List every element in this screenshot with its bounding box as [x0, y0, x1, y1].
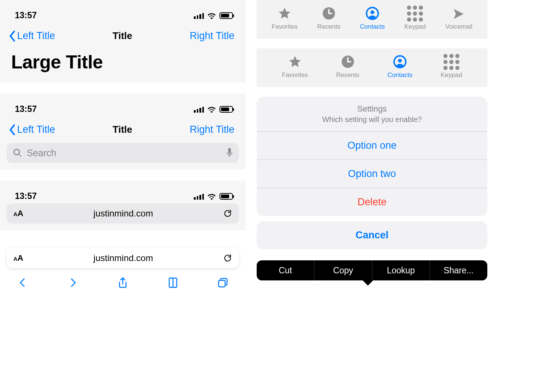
chevron-left-icon [9, 30, 16, 42]
search-icon [13, 148, 22, 158]
nav-back-label: Left Title [17, 124, 55, 135]
back-icon[interactable] [17, 277, 28, 288]
tab-item-favorites[interactable]: Favorites [282, 55, 308, 79]
tab-label: Keypad [440, 71, 462, 79]
edit-menu-lookup[interactable]: Lookup [372, 260, 430, 280]
url-text: justinmind.com [93, 208, 153, 219]
nav-back-button[interactable]: Left Title [9, 30, 55, 42]
edit-menu: Cut Copy Lookup Share... [257, 260, 487, 280]
forward-icon[interactable] [67, 277, 78, 288]
action-sheet-option-destructive[interactable]: Delete [257, 188, 487, 216]
tabbar-5: FavoritesRecentsContactsKeypadVoicemail [257, 0, 487, 39]
status-icons [194, 193, 233, 200]
status-icons [194, 106, 233, 113]
share-icon[interactable] [117, 277, 128, 288]
action-sheet-title: Settings [266, 104, 478, 114]
tab-item-contacts[interactable]: Contacts [360, 7, 385, 30]
star-icon [288, 55, 302, 68]
tab-item-contacts[interactable]: Contacts [388, 55, 413, 79]
action-sheet: Settings Which setting will you enable? … [257, 97, 487, 216]
tab-label: Keypad [404, 23, 426, 30]
action-sheet-option[interactable]: Option two [257, 160, 487, 188]
navbar: Left Title Title Right Title [0, 23, 246, 44]
clock-icon [341, 55, 355, 68]
cellular-signal-icon [194, 106, 204, 113]
wifi-icon [207, 12, 217, 19]
nav-right-button[interactable]: Right Title [190, 124, 234, 135]
cellular-signal-icon [194, 12, 204, 19]
status-icons [194, 12, 233, 19]
status-bar: 13:57 [0, 0, 246, 23]
reader-aa-icon[interactable]: AA [13, 253, 23, 263]
tab-item-keypad[interactable]: Keypad [404, 7, 426, 30]
edit-menu-cut[interactable]: Cut [257, 260, 314, 280]
battery-icon [219, 193, 233, 200]
tabbar-4: FavoritesRecentsContactsKeypad [257, 48, 487, 87]
tab-label: Voicemail [445, 23, 472, 30]
action-sheet-cancel[interactable]: Cancel [257, 221, 487, 249]
navbar: Left Title Title Right Title [0, 116, 246, 138]
action-sheet-message: Which setting will you enable? [266, 115, 478, 124]
nav-right-button[interactable]: Right Title [190, 30, 234, 42]
cellular-signal-icon [194, 193, 204, 200]
search-placeholder: Search [27, 148, 226, 158]
status-bar: 13:57 [0, 94, 246, 116]
status-time: 13:57 [15, 10, 37, 20]
tab-label: Contacts [388, 71, 413, 79]
keypad-icon [445, 55, 458, 68]
tab-label: Recents [336, 71, 359, 79]
svg-point-6 [398, 59, 402, 62]
star-icon [278, 7, 291, 20]
voicemail-icon [452, 7, 465, 20]
tab-item-favorites[interactable]: Favorites [272, 7, 298, 30]
navbar-search-panel: 13:57 Left Title Title Right Title Searc… [0, 94, 246, 170]
navbar-largetitle-panel: 13:57 Left Title Title Right Title Large… [0, 0, 246, 83]
nav-title: Title [113, 124, 132, 135]
action-sheet-header: Settings Which setting will you enable? [257, 97, 487, 131]
nav-title: Title [113, 30, 132, 42]
battery-icon [219, 12, 233, 19]
nav-back-label: Left Title [17, 30, 55, 42]
nav-back-button[interactable]: Left Title [9, 124, 55, 135]
edit-menu-share[interactable]: Share... [430, 260, 487, 280]
reload-icon[interactable] [223, 254, 232, 263]
status-bar: 13:57 [0, 181, 246, 203]
action-sheet-container: Settings Which setting will you enable? … [257, 97, 487, 249]
url-text: justinmind.com [93, 253, 153, 263]
edit-menu-copy[interactable]: Copy [314, 260, 372, 280]
contacts-icon [393, 55, 407, 68]
contacts-icon [366, 7, 379, 20]
wifi-icon [207, 193, 217, 200]
svg-rect-0 [219, 280, 225, 287]
bookmarks-icon[interactable] [167, 277, 179, 288]
tab-item-voicemail[interactable]: Voicemail [445, 7, 472, 30]
status-time: 13:57 [15, 104, 37, 114]
reload-icon[interactable] [223, 209, 232, 218]
action-sheet-option[interactable]: Option one [257, 131, 487, 160]
battery-icon [219, 106, 233, 113]
reader-aa-icon[interactable]: AA [13, 209, 23, 218]
safari-toolbar-panel: AA justinmind.com [0, 241, 246, 296]
keypad-icon [408, 7, 422, 20]
tab-label: Recents [317, 23, 340, 30]
tab-item-keypad[interactable]: Keypad [440, 55, 462, 79]
tab-item-recents[interactable]: Recents [317, 7, 340, 30]
svg-point-3 [371, 10, 374, 14]
large-title: Large Title [0, 44, 246, 76]
search-field[interactable]: Search [7, 143, 239, 163]
tab-label: Contacts [360, 23, 385, 30]
tab-label: Favorites [272, 23, 298, 30]
chevron-left-icon [9, 124, 16, 135]
safari-urlbar[interactable]: AA justinmind.com [7, 203, 239, 224]
clock-icon [322, 7, 336, 20]
tab-item-recents[interactable]: Recents [336, 55, 359, 79]
microphone-icon[interactable] [226, 148, 233, 158]
safari-urlbar-panel: 13:57 AA justinmind.com [0, 181, 246, 230]
status-time: 13:57 [15, 191, 37, 201]
tab-label: Favorites [282, 71, 308, 79]
safari-toolbar [0, 268, 246, 293]
wifi-icon [207, 106, 217, 113]
safari-urlbar[interactable]: AA justinmind.com [7, 248, 239, 268]
tabs-icon[interactable] [217, 277, 228, 288]
